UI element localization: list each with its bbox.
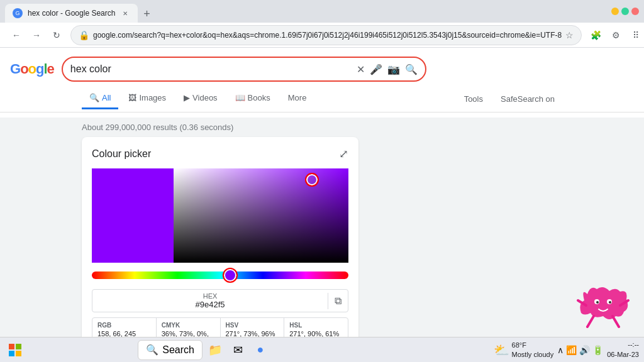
hue-slider-track bbox=[92, 272, 348, 279]
weather-icon: ⛅ bbox=[494, 343, 509, 358]
svg-line-5 bbox=[613, 316, 619, 327]
color-picker-body bbox=[92, 168, 348, 263]
search-box-icons: ✕ 🎤 📷 🔍 bbox=[357, 63, 418, 75]
taskbar: 🔍 Search 📁 ✉ ● ⛅ 68°F Mostly cloudy ∧ 📶 … bbox=[0, 337, 644, 362]
extensions-button[interactable]: 🧩 bbox=[587, 26, 604, 44]
hue-slider-container[interactable] bbox=[92, 268, 348, 283]
svg-rect-10 bbox=[9, 351, 14, 356]
google-search-area: Google hex color ✕ 🎤 📷 🔍 🔍 All 🖼 Images … bbox=[0, 48, 644, 118]
lock-icon: 🔒 bbox=[79, 30, 89, 40]
chrome-toolbar-icons: 🧩 ⚙ ⠿ S bbox=[587, 26, 644, 44]
nav-item-all[interactable]: 🔍 All bbox=[82, 88, 118, 109]
tools-button[interactable]: Tools bbox=[457, 89, 491, 109]
nav-item-more[interactable]: More bbox=[280, 88, 314, 109]
all-icon: 🔍 bbox=[89, 93, 99, 102]
back-button[interactable]: ← bbox=[8, 26, 25, 44]
results-count: About 299,000,000 results (0.36 seconds) bbox=[82, 120, 562, 137]
url-action-icons: ☆ bbox=[565, 30, 574, 40]
url-text: google.com/search?q=hex+color&oq=hex&aqs… bbox=[93, 31, 562, 40]
minimize-button[interactable]: — bbox=[611, 8, 619, 15]
tab-close-button[interactable]: ✕ bbox=[120, 8, 130, 18]
color-picker-card: Colour picker ⤢ HEX #9e42f5 ⧉ bbox=[82, 137, 358, 362]
svg-point-3 bbox=[609, 301, 611, 304]
weather-widget: ⛅ 68°F Mostly cloudy bbox=[494, 341, 554, 359]
voice-search-icon[interactable]: 🎤 bbox=[370, 63, 382, 75]
taskbar-search-box[interactable]: 🔍 Search bbox=[138, 340, 203, 360]
svg-rect-9 bbox=[16, 344, 21, 349]
taskbar-mail[interactable]: ✉ bbox=[228, 340, 248, 360]
time-display: --:-- bbox=[607, 340, 639, 349]
bookmark-icon[interactable]: ☆ bbox=[565, 30, 574, 40]
videos-icon: ▶ bbox=[184, 93, 190, 102]
hue-thumb[interactable] bbox=[224, 269, 236, 282]
books-icon: 📖 bbox=[235, 93, 245, 102]
taskbar-search-label: Search bbox=[162, 344, 194, 356]
address-bar: ← → ↻ 🔒 google.com/search?q=hex+color&oq… bbox=[0, 23, 644, 48]
svg-line-4 bbox=[587, 316, 594, 327]
weather-temp: 68°F bbox=[512, 341, 554, 349]
tab-title: hex color - Google Search bbox=[28, 9, 115, 18]
cmyk-label: CMYK bbox=[162, 322, 215, 329]
mascot-decoration bbox=[575, 282, 631, 336]
network-icon[interactable]: 📶 bbox=[566, 345, 577, 355]
title-bar: G hex color - Google Search ✕ + — □ ✕ bbox=[0, 0, 644, 23]
taskbar-file-explorer[interactable]: 📁 bbox=[205, 340, 225, 360]
start-button[interactable] bbox=[5, 340, 25, 360]
taskbar-right: ⛅ 68°F Mostly cloudy ∧ 📶 🔊 🔋 --:-- 06-Ma… bbox=[494, 340, 639, 359]
url-bar[interactable]: 🔒 google.com/search?q=hex+color&oq=hex&a… bbox=[70, 25, 582, 45]
card-title: Colour picker bbox=[92, 148, 151, 160]
search-nav: 🔍 All 🖼 Images ▶ Videos 📖 Books More Too… bbox=[0, 85, 644, 112]
hex-copy-button[interactable]: ⧉ bbox=[328, 293, 348, 309]
taskbar-chrome[interactable]: ● bbox=[250, 340, 270, 360]
close-window-button[interactable]: ✕ bbox=[631, 8, 639, 15]
main-content: About 299,000,000 results (0.36 seconds)… bbox=[0, 118, 644, 362]
google-logo: Google bbox=[10, 61, 54, 77]
search-query: hex color bbox=[70, 63, 352, 75]
taskbar-center: 🔍 Search 📁 ✉ ● bbox=[138, 340, 270, 360]
reload-button[interactable]: ↻ bbox=[48, 26, 65, 44]
nav-item-books[interactable]: 📖 Books bbox=[228, 88, 278, 109]
hex-label: HEX bbox=[99, 292, 321, 300]
hex-section: HEX #9e42f5 ⧉ bbox=[92, 289, 348, 312]
svg-rect-8 bbox=[9, 344, 14, 349]
svg-point-2 bbox=[596, 301, 599, 304]
hex-value[interactable]: #9e42f5 bbox=[99, 300, 321, 309]
tray-icons: ∧ 📶 🔊 🔋 bbox=[557, 345, 603, 355]
nav-item-videos[interactable]: ▶ Videos bbox=[176, 88, 225, 109]
images-icon: 🖼 bbox=[128, 93, 136, 102]
forward-button[interactable]: → bbox=[28, 26, 45, 44]
tab-favicon: G bbox=[13, 8, 23, 18]
datetime-display: --:-- 06-Mar-23 bbox=[607, 340, 639, 359]
nav-item-images[interactable]: 🖼 Images bbox=[121, 88, 174, 109]
gradient-overlay bbox=[174, 168, 348, 263]
maximize-button[interactable]: □ bbox=[621, 8, 629, 15]
google-header: Google hex color ✕ 🎤 📷 🔍 bbox=[0, 53, 644, 85]
volume-icon[interactable]: 🔊 bbox=[579, 345, 590, 355]
safesearch-label: SafeSearch on bbox=[493, 89, 562, 109]
rgb-label: RGB bbox=[97, 322, 151, 329]
tray-expand-icon[interactable]: ∧ bbox=[557, 345, 564, 355]
apps-button[interactable]: ⠿ bbox=[627, 26, 644, 44]
new-tab-button[interactable]: + bbox=[138, 5, 155, 23]
color-preview-box bbox=[92, 168, 174, 263]
clear-search-icon[interactable]: ✕ bbox=[357, 63, 365, 75]
battery-icon[interactable]: 🔋 bbox=[592, 345, 603, 355]
hsl-label: HSL bbox=[289, 322, 343, 329]
tab-area: G hex color - Google Search ✕ + bbox=[5, 0, 606, 23]
taskbar-search-icon: 🔍 bbox=[146, 344, 158, 356]
picker-handle[interactable] bbox=[306, 174, 318, 185]
settings-button[interactable]: ⚙ bbox=[607, 26, 625, 44]
browser-tab[interactable]: G hex color - Google Search ✕ bbox=[5, 4, 138, 23]
hsv-label: HSV bbox=[226, 322, 279, 329]
window-controls: — □ ✕ bbox=[611, 8, 639, 15]
card-header: Colour picker ⤢ bbox=[92, 147, 348, 161]
search-submit-icon[interactable]: 🔍 bbox=[405, 63, 418, 75]
date-display: 06-Mar-23 bbox=[607, 350, 639, 359]
search-box[interactable]: hex color ✕ 🎤 📷 🔍 bbox=[62, 57, 426, 82]
share-button[interactable]: ⤢ bbox=[339, 147, 348, 161]
taskbar-left bbox=[5, 340, 25, 360]
hex-label-area: HEX #9e42f5 bbox=[92, 290, 328, 312]
svg-rect-11 bbox=[16, 351, 21, 356]
gradient-box[interactable] bbox=[174, 168, 348, 263]
image-search-icon[interactable]: 📷 bbox=[387, 63, 400, 75]
